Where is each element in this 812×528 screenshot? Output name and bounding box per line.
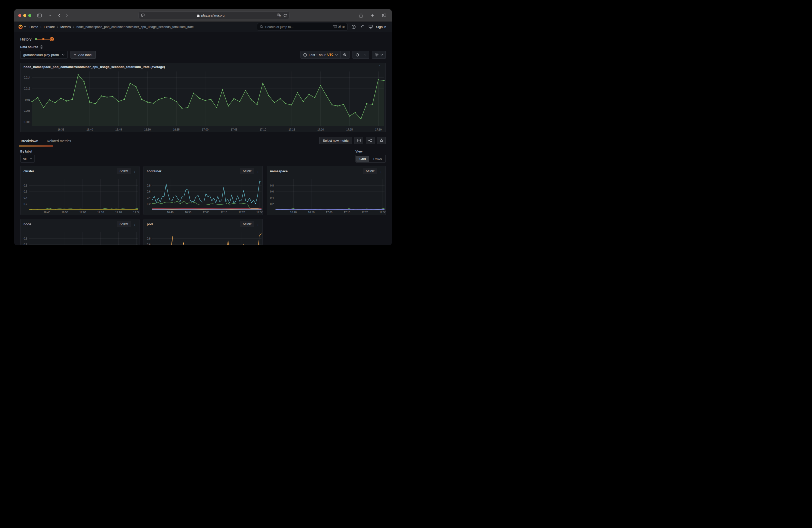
forward-button[interactable]	[63, 12, 71, 19]
tabs-actions: Select new metric	[319, 137, 386, 146]
svg-text:0.2: 0.2	[270, 203, 274, 205]
rss-icon	[360, 25, 364, 29]
panel-menu-button[interactable]: ⋮	[377, 65, 382, 69]
svg-text:★: ★	[279, 15, 280, 17]
panel-menu-button[interactable]: ⋮	[378, 169, 384, 173]
view-grid-option[interactable]: Grid	[356, 156, 369, 162]
shortcut-text: ⌘+k	[338, 25, 345, 29]
panel-menu-button[interactable]: ⋮	[256, 169, 261, 173]
panel-menu-button[interactable]: ⋮	[256, 222, 261, 226]
metric-panel-header: node_namespace_pod_container:container_c…	[20, 63, 386, 69]
svg-text:?: ?	[353, 26, 354, 28]
history-step-icon[interactable]	[42, 38, 44, 40]
svg-text:17:00: 17:00	[203, 211, 209, 214]
select-button[interactable]: Select	[363, 168, 377, 174]
translate-icon[interactable]: A ★	[277, 14, 281, 17]
breakdown-panel-namespace: namespace Select ⋮ 0.20.40.60.816:4016:5…	[267, 166, 386, 215]
sign-in-button[interactable]: Sign in	[376, 25, 386, 29]
svg-text:0.8: 0.8	[270, 184, 274, 187]
back-button[interactable]	[56, 12, 63, 19]
browser-window: play.grafana.org A ★	[14, 9, 392, 245]
by-label-block: By label All	[20, 150, 35, 162]
breadcrumb-separator: ›	[73, 25, 74, 29]
tab-group-chevron-button[interactable]	[46, 12, 54, 19]
chevron-down-icon	[364, 54, 366, 56]
breadcrumb-metrics[interactable]: Metrics	[60, 25, 71, 29]
zoom-window-button[interactable]	[28, 14, 31, 17]
help-button[interactable]: ?	[350, 23, 358, 30]
breakdown-panel-node: node Select ⋮ 0.20.40.60.816:4016:5017:0…	[20, 219, 140, 245]
cluster-chart[interactable]: 0.20.40.60.816:4016:5017:0017:1017:2017:…	[20, 174, 139, 215]
news-button[interactable]	[359, 23, 366, 30]
datasource-label-row: Data source	[20, 45, 386, 49]
metric-chart[interactable]: 0.0060.0080.010.0120.01416:3516:4016:451…	[20, 69, 386, 132]
plus-icon	[371, 14, 375, 17]
svg-text:17:00: 17:00	[326, 211, 332, 214]
refresh-group	[352, 51, 369, 59]
by-label-select[interactable]: All	[20, 155, 35, 162]
time-range-button[interactable]: Last 1 hour UTC	[301, 51, 340, 59]
svg-text:0.8: 0.8	[24, 237, 27, 240]
datasource-select[interactable]: grafanacloud-play-prom	[20, 51, 68, 59]
svg-text:0.6: 0.6	[24, 243, 27, 245]
screen-button[interactable]	[367, 23, 375, 30]
lock-icon	[197, 14, 200, 17]
refresh-interval-button[interactable]	[362, 51, 369, 59]
panel-menu-button[interactable]: ⋮	[132, 169, 137, 173]
share-metric-button[interactable]	[366, 137, 375, 144]
tab-related-metrics[interactable]: Related metrics	[46, 137, 72, 146]
plus-icon: +	[74, 53, 76, 57]
panel-header: node Select ⋮	[20, 219, 139, 227]
select-button[interactable]: Select	[117, 168, 131, 174]
grafana-logo-menu[interactable]	[18, 24, 26, 29]
share-button[interactable]	[357, 12, 365, 19]
select-button[interactable]: Select	[240, 221, 254, 227]
panel-menu-button[interactable]: ⋮	[132, 222, 137, 226]
breadcrumb-explore[interactable]: Explore	[44, 25, 55, 29]
history-timeline[interactable]	[35, 37, 54, 41]
namespace-chart[interactable]: 0.20.40.60.816:4016:5017:0017:1017:2017:…	[267, 174, 386, 215]
reader-view-icon[interactable]	[141, 14, 145, 17]
close-window-button[interactable]	[18, 14, 21, 17]
search-input[interactable]: Search or jump to... ⌘+k	[257, 23, 348, 31]
view-toggle: Grid Rows	[356, 155, 386, 162]
address-bar[interactable]: play.grafana.org A ★	[139, 12, 290, 19]
grafana-nav-bar: Home › Explore › Metrics › node_namespac…	[14, 22, 392, 32]
settings-button[interactable]	[372, 51, 386, 59]
tab-breakdown[interactable]: Breakdown	[20, 137, 39, 146]
minimize-window-button[interactable]	[23, 14, 26, 17]
chevron-down-icon	[380, 54, 383, 56]
tab-overview-button[interactable]	[380, 12, 388, 19]
select-new-metric-button[interactable]: Select new metric	[319, 137, 352, 144]
container-chart[interactable]: 0.20.40.60.816:4016:5017:0017:1017:2017:…	[144, 174, 262, 215]
sidebar-toggle-button[interactable]	[36, 12, 43, 19]
svg-text:16:40: 16:40	[44, 211, 50, 214]
breadcrumb-home[interactable]: Home	[29, 25, 38, 29]
favorite-button[interactable]	[377, 137, 386, 144]
history-step-current-icon[interactable]	[50, 37, 54, 41]
query-controls-row: grafanacloud-play-prom + Add label Last …	[20, 51, 386, 59]
compass-icon	[357, 138, 361, 143]
node-chart[interactable]: 0.20.40.60.816:4016:5017:0017:1017:2017:…	[20, 227, 139, 245]
panel-title: pod	[147, 222, 153, 226]
zoom-out-button[interactable]	[340, 51, 349, 59]
reload-icon[interactable]	[283, 14, 287, 17]
pod-chart[interactable]: 0.20.40.60.816:4016:5017:0017:1017:2017:…	[144, 227, 262, 245]
history-step-start-icon[interactable]	[35, 38, 37, 40]
refresh-button[interactable]	[352, 51, 362, 59]
chevron-down-icon	[49, 15, 52, 16]
add-label-button[interactable]: + Add label	[71, 51, 96, 59]
view-rows-option[interactable]: Rows	[369, 155, 386, 162]
select-button[interactable]: Select	[240, 168, 254, 174]
svg-text:17:25: 17:25	[346, 128, 353, 131]
explore-button[interactable]	[354, 137, 363, 144]
timezone-text: UTC	[327, 53, 334, 57]
new-tab-button[interactable]	[369, 12, 376, 19]
sidebar-icon	[37, 14, 42, 17]
select-button[interactable]: Select	[117, 221, 131, 227]
toolbar-right-actions	[357, 12, 388, 19]
tab-breakdown-label: Breakdown	[21, 139, 38, 143]
svg-text:17:30: 17:30	[133, 211, 139, 214]
chevron-left-icon	[58, 14, 60, 17]
datasource-label: Data source	[20, 45, 38, 49]
